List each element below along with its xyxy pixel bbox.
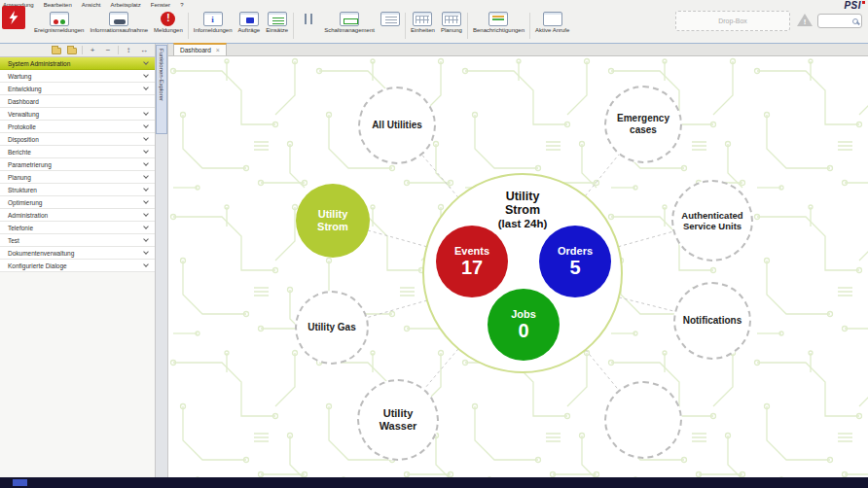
sidebar-item-administration[interactable]: Administration — [0, 209, 155, 222]
sidebar-item-dashboard[interactable]: Dashboard — [0, 95, 155, 108]
chevron-down-icon — [143, 211, 149, 217]
move-vertical-button[interactable] — [123, 45, 134, 55]
schaltmanagement-button[interactable]: Schaltmanagement — [321, 9, 378, 34]
application-window: Anwendung Bearbeiten Ansicht Arbeitsplat… — [0, 0, 868, 488]
node-utility-strom[interactable]: Utility Strom — [296, 184, 370, 258]
folder-open-button[interactable] — [66, 45, 78, 55]
tab-dashboard[interactable]: Dashboard × — [173, 43, 227, 55]
sidebar-item-parametrierung[interactable]: Parametrierung — [0, 158, 155, 171]
meldungen-button[interactable]: Meldungen — [151, 9, 186, 34]
menu-item-ansicht[interactable]: Ansicht — [82, 2, 101, 8]
list-icon — [380, 12, 400, 26]
toolbar-separator — [82, 46, 83, 54]
menu-item-help[interactable]: ? — [180, 2, 183, 8]
information-intake-icon — [109, 12, 128, 26]
planning-grid-icon — [442, 12, 461, 26]
node-all-utilities[interactable]: All Utilities — [358, 87, 436, 164]
orders-icon — [239, 12, 259, 26]
slider-tool-button[interactable] — [296, 9, 321, 34]
toolbar-separator — [188, 13, 189, 39]
einsaetze-button[interactable]: Einsätze — [263, 9, 291, 34]
sidebar-item-dokumentenverwaltung[interactable]: Dokumentenverwaltung — [0, 247, 155, 260]
sidebar-item-system-administration[interactable]: System Administration — [0, 57, 155, 70]
utility-strom-hub[interactable]: Utility Strom (last 24h) Events 17 Order… — [422, 173, 623, 373]
tab-funktionen-explorer[interactable]: Funktionen-Explorer — [156, 45, 167, 134]
aktive-anrufe-button[interactable]: Aktive Anrufe — [532, 9, 572, 34]
deployments-icon — [268, 12, 287, 26]
metric-events: Events 17 — [436, 226, 508, 297]
planung-button[interactable]: Planung — [438, 9, 465, 34]
sidebar: System Administration Wartung Entwicklun… — [0, 44, 156, 477]
document-tab-bar: Dashboard × — [168, 44, 868, 56]
drop-box[interactable]: Drop-Box — [675, 11, 790, 31]
search-input[interactable] — [818, 15, 852, 27]
sidebar-item-wartung[interactable]: Wartung — [0, 70, 155, 83]
toolbar-separator — [293, 13, 294, 39]
menu-item-arbeitsplatz[interactable]: Arbeitsplatz — [110, 2, 140, 8]
warning-button[interactable] — [797, 14, 813, 26]
node-authenticated-service-units[interactable]: Authenticated Service Units — [671, 180, 753, 261]
close-icon[interactable]: × — [216, 47, 220, 53]
menu-bar: Anwendung Bearbeiten Ansicht Arbeitsplat… — [0, 0, 868, 9]
sidebar-item-planung[interactable]: Planung — [0, 171, 155, 184]
function-tree: System Administration Wartung Entwicklun… — [0, 57, 155, 272]
sidebar-toolbar — [0, 44, 155, 57]
node-utility-wasser[interactable]: Utility Wasser — [357, 379, 439, 461]
infomeldungen-button[interactable]: Infomeldungen — [191, 9, 235, 34]
metric-jobs: Jobs 0 — [488, 289, 560, 361]
expand-all-button[interactable] — [87, 45, 98, 55]
event-messages-icon — [50, 12, 69, 26]
node-emergency-cases[interactable]: Emergency cases — [604, 86, 682, 163]
search-box[interactable] — [817, 14, 862, 28]
chevron-down-icon — [143, 186, 149, 192]
sidebar-item-telefonie[interactable]: Telefonie — [0, 222, 155, 234]
collapse-all-button[interactable] — [102, 45, 114, 55]
menu-item-fenster[interactable]: Fenster — [151, 2, 170, 8]
main-area: Dashboard × — [168, 44, 868, 477]
chevron-down-icon — [143, 59, 149, 65]
auftraege-button[interactable]: Aufträge — [235, 9, 263, 34]
active-calls-icon — [543, 12, 562, 26]
informationsaufnahme-button[interactable]: Informationsaufnahme — [87, 9, 151, 34]
chevron-down-icon — [143, 135, 149, 141]
chevron-down-icon — [143, 85, 149, 90]
move-horizontal-button[interactable] — [138, 45, 150, 55]
sidebar-item-optimierung[interactable]: Optimierung — [0, 196, 155, 209]
menu-item-bearbeiten[interactable]: Bearbeiten — [44, 2, 72, 8]
list-tool-button[interactable] — [378, 9, 403, 34]
brand-dot-icon — [862, 1, 865, 4]
chevron-down-icon — [143, 110, 149, 116]
toolbar-separator — [405, 13, 406, 39]
dashboard-canvas: All Utilities Emergency cases Utility St… — [168, 56, 868, 477]
metric-orders: Orders 5 — [539, 226, 611, 297]
node-utility-gas[interactable]: Utility Gas — [295, 291, 369, 365]
notifications-stripes-icon — [488, 12, 508, 26]
sidebar-item-disposition[interactable]: Disposition — [0, 133, 155, 146]
chevron-down-icon — [143, 148, 149, 154]
sidebar-item-entwicklung[interactable]: Entwicklung — [0, 83, 155, 95]
chevron-down-icon — [143, 224, 149, 229]
chevron-down-icon — [143, 198, 149, 204]
folder-icon — [52, 48, 61, 54]
app-logo-icon — [2, 6, 25, 29]
folder-new-button[interactable] — [51, 45, 62, 55]
sidebar-item-berichte[interactable]: Berichte — [0, 146, 155, 158]
chevron-down-icon — [143, 122, 149, 128]
einheiten-button[interactable]: Einheiten — [408, 9, 438, 34]
ereignismeldungen-button[interactable]: Ereignismeldungen — [31, 9, 87, 34]
hub-subtitle: (last 24h) — [424, 218, 621, 229]
switching-icon — [340, 12, 359, 26]
toolbar-separator — [467, 13, 468, 39]
node-empty[interactable] — [604, 381, 682, 459]
node-notifications[interactable]: Notifications — [673, 282, 751, 360]
search-icon — [852, 18, 858, 24]
toolbar-separator — [118, 46, 119, 54]
chevron-down-icon — [143, 173, 149, 179]
status-chip — [13, 479, 27, 486]
sidebar-item-verwaltung[interactable]: Verwaltung — [0, 108, 155, 121]
sidebar-item-protokolle[interactable]: Protokolle — [0, 121, 155, 133]
sidebar-item-konfigurierte-dialoge[interactable]: Konfigurierte Dialoge — [0, 260, 155, 272]
sidebar-item-strukturen[interactable]: Strukturen — [0, 184, 155, 196]
sidebar-item-test[interactable]: Test — [0, 234, 155, 247]
benachrichtigungen-button[interactable]: Benachrichtigungen — [470, 9, 527, 34]
